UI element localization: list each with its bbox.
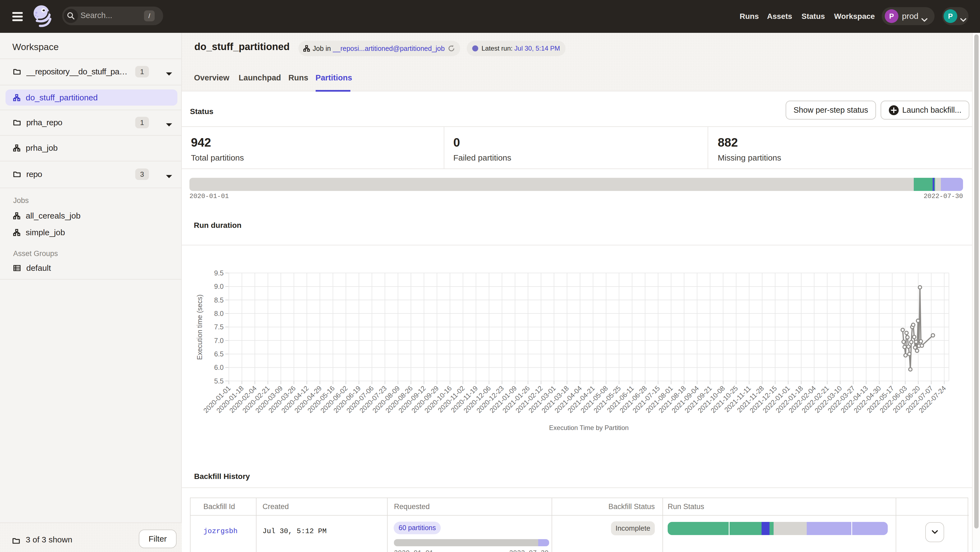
svg-text:8.5: 8.5	[214, 296, 224, 304]
svg-text:8.0: 8.0	[214, 310, 224, 317]
svg-text:Execution time (secs): Execution time (secs)	[196, 295, 204, 360]
svg-text:7.0: 7.0	[214, 337, 224, 344]
svg-text:6.0: 6.0	[214, 363, 224, 371]
svg-text:9.5: 9.5	[214, 269, 224, 277]
svg-text:5.5: 5.5	[214, 377, 224, 385]
svg-text:Execution Time by Partition: Execution Time by Partition	[549, 424, 629, 431]
svg-text:7.5: 7.5	[214, 323, 224, 331]
svg-text:9.0: 9.0	[214, 282, 224, 290]
svg-text:6.5: 6.5	[214, 350, 224, 358]
